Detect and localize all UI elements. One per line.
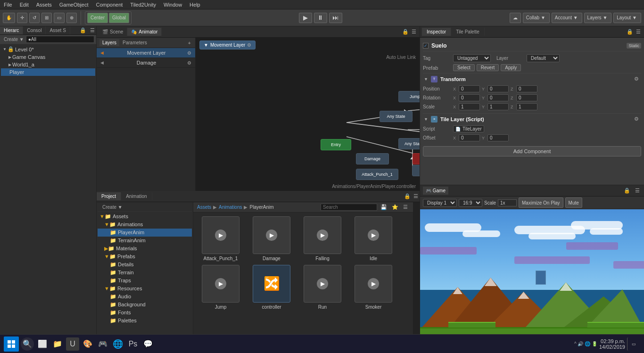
revert-btn[interactable]: Revert bbox=[477, 64, 499, 71]
transform-settings[interactable]: ⚙ bbox=[633, 75, 640, 82]
tag-select[interactable]: Untagged bbox=[453, 54, 491, 62]
transform-section[interactable]: ▼ T Transform ⚙ bbox=[423, 73, 641, 84]
menu-component[interactable]: Component bbox=[94, 2, 124, 8]
asset-palettes[interactable]: 📁 Palettes bbox=[98, 317, 192, 325]
menu-tiled2unity[interactable]: Tiled2Unity bbox=[128, 2, 158, 8]
tile-layer-settings[interactable]: ⚙ bbox=[633, 115, 640, 123]
asset-traps[interactable]: 📁 Traps bbox=[98, 277, 192, 285]
asset-terrainanim[interactable]: 📁 TerrainAnim bbox=[98, 237, 192, 245]
scale-input[interactable] bbox=[498, 199, 517, 206]
menu-inspector[interactable]: ☰ bbox=[635, 28, 642, 35]
maximize-play-btn[interactable]: Maximize On Play bbox=[519, 197, 563, 208]
asset-thumb-smoker[interactable]: ▶ Smoker bbox=[350, 265, 397, 310]
asset-materials[interactable]: ▶📁 Materials bbox=[98, 245, 192, 253]
tab-animation[interactable]: Animation bbox=[121, 192, 152, 200]
asset-save-btn[interactable]: 💾 bbox=[379, 204, 388, 211]
scale-y[interactable] bbox=[487, 103, 509, 110]
asset-thumb-damage[interactable]: ▶ Damage bbox=[248, 216, 295, 261]
asset-thumb-idle[interactable]: ▶ Idle bbox=[350, 216, 397, 261]
chrome-taskbar[interactable]: 🌐 bbox=[111, 337, 124, 351]
layers-tab[interactable]: Layers bbox=[99, 39, 120, 46]
mute-btn[interactable]: Mute bbox=[565, 197, 582, 208]
tab-asset-store[interactable]: Asset S bbox=[46, 26, 70, 34]
photoshop-taskbar[interactable]: Ps bbox=[126, 337, 140, 351]
asset-animations[interactable]: ▼📁 Animations bbox=[98, 221, 192, 229]
tab-inspector[interactable]: Inspector bbox=[422, 28, 451, 36]
unity-taskbar[interactable]: U bbox=[66, 337, 79, 351]
play-btn[interactable]: ▶ bbox=[299, 13, 312, 23]
menu-help[interactable]: Help bbox=[188, 2, 202, 8]
gear-movement[interactable]: ⚙ bbox=[187, 50, 191, 56]
rotation-z[interactable] bbox=[516, 94, 537, 101]
create-btn[interactable]: Create ▼ bbox=[2, 36, 26, 42]
asset-resources[interactable]: ▼📁 Resources bbox=[98, 285, 192, 293]
tile-layer-section[interactable]: ▼ ≡ Tile Layer (Script) ⚙ bbox=[423, 113, 641, 124]
asset-menu-btn[interactable]: ☰ bbox=[402, 204, 409, 211]
hier-item-player[interactable]: Player bbox=[1, 68, 95, 76]
active-checkbox[interactable]: ✓ bbox=[423, 43, 429, 49]
layer-damage[interactable]: ◀ Damage ⚙ bbox=[97, 58, 195, 68]
step-btn[interactable]: ⏭ bbox=[329, 13, 342, 23]
breadcrumb-animations[interactable]: Animations bbox=[219, 205, 242, 210]
tab-console[interactable]: Consol bbox=[23, 26, 46, 34]
apply-btn[interactable]: Apply bbox=[501, 64, 521, 71]
asset-scrollbar[interactable] bbox=[413, 202, 420, 335]
asset-star-btn[interactable]: ⭐ bbox=[390, 204, 400, 211]
rotate-tool[interactable]: ↺ bbox=[29, 13, 40, 23]
asset-playeranim[interactable]: 📁 PlayerAnim bbox=[98, 229, 192, 237]
tab-tile-palette[interactable]: Tile Palette bbox=[451, 28, 485, 36]
layer-select[interactable]: Default bbox=[527, 54, 560, 62]
tab-animator[interactable]: 🎭 Animator bbox=[127, 28, 162, 36]
rect-tool[interactable]: ▭ bbox=[54, 13, 65, 23]
offset-y[interactable] bbox=[487, 134, 509, 141]
gear-damage[interactable]: ⚙ bbox=[187, 60, 191, 66]
display-select[interactable]: Display 1 bbox=[423, 199, 457, 207]
rotation-y[interactable] bbox=[487, 94, 509, 101]
asset-search[interactable] bbox=[321, 204, 377, 211]
paint-taskbar[interactable]: 🎨 bbox=[81, 337, 94, 351]
hier-item-game-canvas[interactable]: ▶ Game Canvas bbox=[1, 53, 95, 61]
asset-thumb-run[interactable]: ▶ Run bbox=[299, 265, 346, 310]
node-attack[interactable]: Attack_Punch_1 bbox=[356, 169, 398, 180]
account-dropdown[interactable]: Account ▼ bbox=[552, 13, 582, 23]
scale-tool[interactable]: ⊞ bbox=[41, 13, 52, 23]
layers-dropdown[interactable]: Layers ▼ bbox=[584, 13, 612, 23]
tab-game[interactable]: 🎮 Game bbox=[423, 187, 448, 195]
asset-prefabs[interactable]: ▼📁 Prefabs bbox=[98, 253, 192, 261]
lock-game[interactable]: 🔒 bbox=[622, 187, 632, 194]
node-entry[interactable]: Entry bbox=[321, 139, 351, 150]
asset-details[interactable]: 📁 Details bbox=[98, 261, 192, 269]
asset-fonts[interactable]: 📁 Fonts bbox=[98, 309, 192, 317]
animator-canvas[interactable]: ▼ Movement Layer ⚙ Auto Live Link bbox=[196, 38, 420, 191]
position-y[interactable] bbox=[487, 85, 509, 92]
asset-background[interactable]: 📁 Background bbox=[98, 301, 192, 309]
file-explorer[interactable]: 📁 bbox=[51, 337, 64, 351]
scale-x[interactable] bbox=[459, 103, 480, 110]
task-view[interactable]: ⬜ bbox=[36, 337, 49, 351]
node-damage[interactable]: Damage bbox=[356, 153, 389, 164]
pause-btn[interactable]: ⏸ bbox=[314, 13, 327, 23]
collab-dropdown[interactable]: Collab ▼ bbox=[523, 13, 550, 23]
node-alley[interactable]: Alley bbox=[412, 165, 420, 176]
offset-x[interactable] bbox=[459, 134, 480, 141]
slack-taskbar[interactable]: 💬 bbox=[141, 337, 155, 351]
collab-btn[interactable]: ☁ bbox=[510, 13, 521, 23]
tab-project[interactable]: Project bbox=[97, 192, 121, 200]
menu-scene[interactable]: ☰ bbox=[410, 28, 418, 35]
hier-item-level0[interactable]: ▼ 🔒 Level 0* bbox=[1, 45, 95, 53]
position-z[interactable] bbox=[516, 85, 537, 92]
asset-terrain[interactable]: 📁 Terrain bbox=[98, 269, 192, 277]
position-x[interactable] bbox=[459, 85, 480, 92]
steam-taskbar[interactable]: 🎮 bbox=[96, 337, 109, 351]
select-btn[interactable]: Select bbox=[453, 64, 475, 71]
tab-scene[interactable]: 🎬 Scene bbox=[99, 28, 127, 36]
params-tab[interactable]: Parameters bbox=[120, 39, 150, 46]
menu-assets[interactable]: Assets bbox=[34, 2, 54, 8]
center-btn[interactable]: Center bbox=[87, 13, 108, 23]
asset-assets[interactable]: ▼📁 Assets bbox=[98, 213, 192, 221]
movement-layer-gear[interactable]: ⚙ bbox=[247, 42, 251, 48]
show-desktop[interactable]: ▭ bbox=[627, 337, 640, 351]
menu-file[interactable]: File bbox=[2, 2, 14, 8]
breadcrumb-assets[interactable]: Assets bbox=[197, 205, 211, 210]
rotation-x[interactable] bbox=[459, 94, 480, 101]
